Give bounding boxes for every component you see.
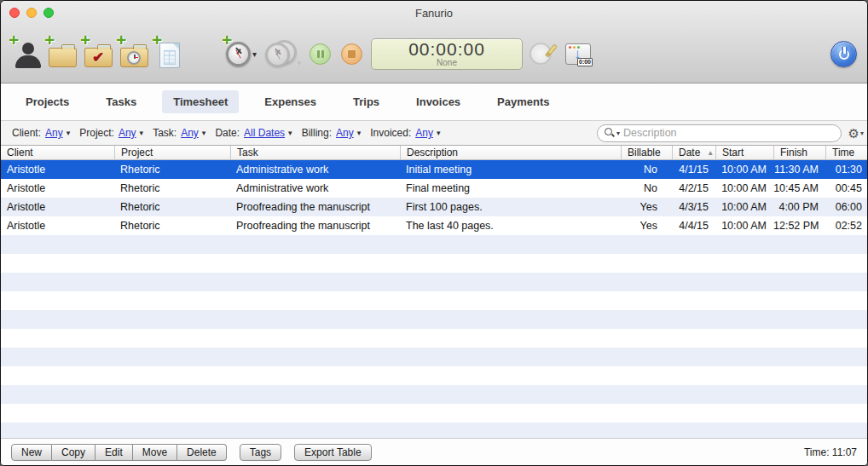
pause-timer-button[interactable] (310, 43, 331, 65)
row-action-buttons: New Copy Edit Move Delete (11, 444, 227, 461)
column-header-billable[interactable]: Billable (621, 146, 672, 160)
cell-time: 02:52 (825, 220, 868, 232)
search-icon[interactable] (605, 128, 615, 138)
clock-icon (127, 51, 141, 65)
filter-task: Task: Any ▾ (153, 127, 205, 139)
chevron-down-icon: ▾ (252, 49, 257, 59)
clock-icon (265, 43, 290, 67)
check-icon: ✔ (92, 50, 104, 65)
new-time-entry-button[interactable]: + (119, 37, 149, 70)
cell-task: Proofreading the manuscript (230, 201, 400, 213)
close-window-button[interactable] (9, 8, 20, 18)
cell-start: 10:00 AM (715, 201, 773, 213)
total-time-status: Time: 11:07 (804, 446, 857, 458)
cell-time: 00:45 (825, 182, 868, 194)
minimize-window-button[interactable] (26, 8, 37, 18)
traffic-lights (9, 8, 54, 18)
plus-icon: + (152, 34, 162, 46)
filter-billing: Billing: Any ▾ (302, 127, 362, 139)
tab-invoices[interactable]: Invoices (405, 90, 472, 113)
filter-value-link[interactable]: All Dates (244, 127, 285, 139)
search-field[interactable]: ▾ (597, 124, 842, 142)
cell-client: Aristotle (1, 220, 114, 232)
tab-trips[interactable]: Trips (342, 90, 391, 113)
bottom-bar: New Copy Edit Move Delete Tags Export Ta… (1, 438, 867, 465)
cell-finish: 11:30 AM (773, 164, 825, 175)
zoom-window-button[interactable] (43, 8, 54, 18)
filter-value-link[interactable]: Any (181, 127, 199, 139)
cell-finish: 12:52 PM (773, 220, 825, 232)
cell-start: 10:00 AM (715, 164, 773, 175)
table-row[interactable]: Aristotle Rhetoric Proofreading the manu… (1, 216, 867, 235)
main-tabbar: Projects Tasks Timesheet Expenses Trips … (1, 83, 867, 120)
chevron-down-icon[interactable]: ▾ (140, 129, 144, 137)
chevron-down-icon[interactable]: ▾ (67, 129, 71, 137)
filter-invoiced: Invoiced: Any ▾ (370, 127, 440, 139)
tab-tasks[interactable]: Tasks (95, 90, 148, 113)
new-task-button[interactable]: + ✔ (83, 37, 113, 70)
new-button[interactable]: New (11, 444, 52, 461)
column-header-task[interactable]: Task (230, 146, 400, 160)
stop-timer-button[interactable] (341, 43, 362, 65)
cell-date: 4/3/15 (672, 201, 715, 213)
search-input[interactable] (623, 127, 834, 139)
delete-button[interactable]: Delete (177, 444, 227, 461)
tab-timesheet[interactable]: Timesheet (162, 90, 239, 113)
chevron-down-icon[interactable]: ▾ (616, 129, 620, 137)
column-header-finish[interactable]: Finish (773, 146, 825, 160)
copy-button[interactable]: Copy (52, 444, 95, 461)
edit-time-button-disabled[interactable] (529, 41, 555, 66)
column-header-description[interactable]: Description (400, 146, 621, 160)
filter-value-link[interactable]: Any (415, 127, 433, 139)
power-button[interactable] (830, 41, 857, 67)
table-options-button[interactable]: ⚙ ▾ (848, 127, 864, 140)
timer-controls-group: + ▾ ▾ (223, 37, 362, 70)
tab-payments[interactable]: Payments (486, 90, 560, 113)
filter-value-link[interactable]: Any (119, 127, 136, 139)
new-project-button[interactable]: + (47, 37, 78, 70)
folder-icon (49, 48, 77, 67)
cell-time: 06:00 (825, 201, 868, 213)
column-header-start[interactable]: Start (715, 146, 773, 160)
start-timer-button[interactable]: + ▾ (223, 37, 260, 70)
move-button[interactable]: Move (133, 444, 177, 461)
chevron-down-icon[interactable]: ▾ (202, 129, 206, 137)
chevron-down-icon[interactable]: ▾ (437, 129, 441, 137)
table-row[interactable]: Aristotle Rhetoric Proofreading the manu… (1, 198, 867, 216)
filter-value-link[interactable]: Any (336, 127, 354, 139)
tab-expenses[interactable]: Expenses (253, 90, 327, 113)
tab-projects[interactable]: Projects (14, 90, 80, 113)
filter-project: Project: Any ▾ (79, 127, 143, 139)
folder-task-icon: ✔ (84, 48, 113, 67)
export-table-button[interactable]: Export Table (294, 444, 372, 461)
chevron-down-icon[interactable]: ▾ (288, 129, 292, 137)
cell-start: 10:00 AM (715, 182, 773, 194)
filter-label: Invoiced: (370, 127, 411, 139)
chevron-down-icon[interactable]: ▾ (357, 129, 362, 137)
cell-description: First 100 pages. (400, 201, 621, 213)
column-header-date[interactable]: Date▲ (672, 146, 715, 160)
filter-value-link[interactable]: Any (45, 127, 63, 139)
cell-billable: No (621, 164, 672, 175)
plus-icon: + (222, 34, 232, 46)
new-client-button[interactable]: + (11, 37, 42, 70)
tags-button[interactable]: Tags (240, 444, 281, 461)
mini-timer-badge: 0:00 (577, 58, 593, 66)
empty-table-area (1, 235, 867, 438)
column-header-time[interactable]: Time (825, 146, 868, 160)
invoice-document-icon (159, 43, 180, 68)
cell-project: Rhetoric (114, 201, 230, 213)
resume-timer-button-disabled[interactable]: ▾ (265, 40, 298, 67)
column-header-project[interactable]: Project (114, 146, 230, 160)
cell-billable: No (621, 182, 672, 194)
mini-timer-window-button[interactable]: ↓ 0:00 (565, 43, 591, 65)
table-row[interactable]: Aristotle Rhetoric Administrative work I… (1, 160, 867, 179)
titlebar: Fanurio (1, 1, 867, 25)
folder-clock-icon (120, 48, 148, 67)
table-row[interactable]: Aristotle Rhetoric Administrative work F… (1, 179, 867, 198)
cell-start: 10:00 AM (715, 220, 773, 232)
new-invoice-button[interactable]: + (154, 37, 185, 70)
column-header-client[interactable]: Client (1, 146, 114, 160)
cell-billable: Yes (621, 201, 672, 213)
edit-button[interactable]: Edit (95, 444, 133, 461)
